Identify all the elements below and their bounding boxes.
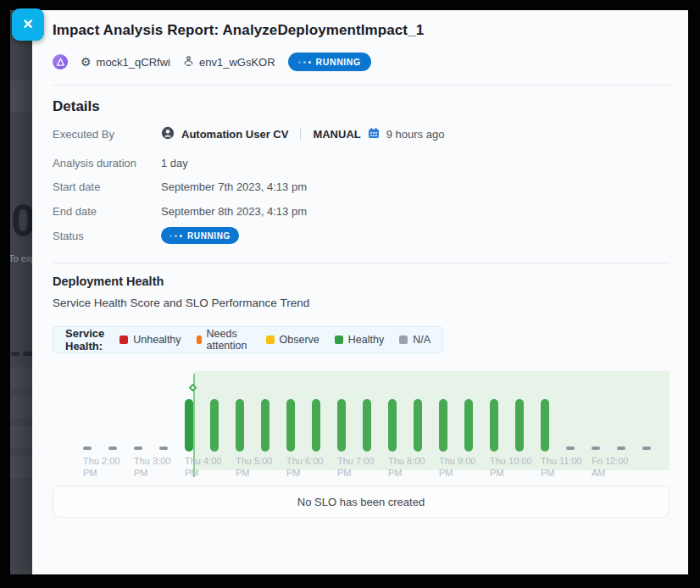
detail-label: Status <box>53 230 161 242</box>
health-bar[interactable] <box>210 399 219 452</box>
x-axis-tick-label: Thu 5:00PM <box>236 456 272 479</box>
detail-label: Executed By <box>53 128 161 141</box>
no-data-dash[interactable] <box>108 447 117 450</box>
running-spinner-icon <box>298 61 311 64</box>
legend-swatch-icon <box>197 336 202 344</box>
x-axis-tick-label: Thu 3:00PM <box>134 456 170 479</box>
deployment-health-heading: Deployment Health <box>53 275 164 288</box>
background-page-dimmed: 0 To exp <box>10 10 32 574</box>
health-bar[interactable] <box>337 399 346 452</box>
start-date-value: September 7th 2023, 4:13 pm <box>161 180 307 193</box>
detail-label: Analysis duration <box>53 157 161 169</box>
health-bar[interactable] <box>490 399 498 452</box>
environment-link[interactable]: env1_wGsKOR <box>183 55 275 69</box>
background-metric-number: 0 <box>11 195 32 246</box>
status-text: RUNNING <box>316 57 361 67</box>
x-axis-tick-label: Thu 8:00PM <box>388 456 425 479</box>
report-meta-row: ⚙ mock1_qCRfwi env1_wGsKOR RUNNING <box>53 52 371 72</box>
no-data-dash[interactable] <box>617 447 625 450</box>
status-text: RUNNING <box>187 231 231 241</box>
legend-item: Healthy <box>335 334 384 346</box>
no-data-dash[interactable] <box>566 447 575 450</box>
background-row <box>10 367 32 389</box>
detail-row-start-date: Start date September 7th 2023, 4:13 pm <box>53 178 307 195</box>
health-bar[interactable] <box>541 399 549 452</box>
health-bar[interactable] <box>515 399 524 452</box>
background-row <box>10 426 32 448</box>
x-axis-tick-label: Thu 2:00PM <box>83 456 119 479</box>
chart-subtitle: Service Health Score and SLO Performance… <box>53 297 309 309</box>
health-bar[interactable] <box>363 399 371 452</box>
x-axis-tick-label: Thu 7:00PM <box>337 456 374 479</box>
close-icon: ✕ <box>22 17 33 31</box>
gear-icon: ⚙ <box>81 56 92 68</box>
service-health-trend-chart[interactable]: Thu 2:00PMThu 3:00PMThu 4:00PMThu 5:00PM… <box>53 366 669 485</box>
x-axis-tick-label: Thu 11:00PM <box>541 456 582 479</box>
environment-name: env1_wGsKOR <box>199 56 275 69</box>
x-axis-tick-label: Thu 9:00PM <box>439 456 475 479</box>
detail-row-status: Status RUNNING <box>53 227 239 244</box>
no-data-dash[interactable] <box>134 447 142 450</box>
health-bar[interactable] <box>236 399 244 452</box>
legend-title: Service Health: <box>65 327 104 352</box>
no-data-dash[interactable] <box>83 447 92 450</box>
legend-item: Needs attention <box>197 328 251 352</box>
background-row <box>10 397 32 419</box>
no-data-dash[interactable] <box>592 447 600 450</box>
detail-row-end-date: End date September 8th 2023, 4:13 pm <box>53 202 307 219</box>
trigger-type: MANUAL <box>313 128 360 141</box>
service-health-legend: Service Health: UnhealthyNeeds attention… <box>53 326 443 353</box>
x-axis-tick-label: Fri 12:00AM <box>592 456 628 479</box>
impact-analysis-report-drawer: Impact Analysis Report: AnalyzeDeploymen… <box>32 10 688 574</box>
drawer-title: Impact Analysis Report: AnalyzeDeploymen… <box>53 22 424 39</box>
no-data-dash[interactable] <box>642 447 651 450</box>
background-dash <box>23 352 32 356</box>
legend-items: UnhealthyNeeds attentionObserveHealthyN/… <box>119 328 431 352</box>
monitored-service-link[interactable]: ⚙ mock1_qCRfwi <box>81 56 170 69</box>
running-spinner-icon <box>169 235 182 237</box>
calendar-icon <box>368 127 380 141</box>
legend-swatch-icon <box>119 336 128 344</box>
divider <box>53 85 669 86</box>
background-dash <box>11 352 19 356</box>
no-slo-message-box: No SLO has been created <box>53 485 669 518</box>
health-bar[interactable] <box>185 399 193 452</box>
health-bar[interactable] <box>464 399 473 452</box>
separator <box>300 127 301 141</box>
health-bar[interactable] <box>439 399 447 452</box>
legend-item: Unhealthy <box>119 334 181 346</box>
background-band <box>10 80 32 113</box>
health-bar[interactable] <box>388 399 397 452</box>
detail-label: End date <box>53 205 161 218</box>
screenshot-frame: 0 To exp ✕ Impact Analysis Report: Analy… <box>0 0 700 588</box>
close-button[interactable]: ✕ <box>12 8 44 41</box>
health-bar[interactable] <box>312 399 320 452</box>
background-hint-text: To exp <box>10 253 32 263</box>
analysis-duration-value: 1 day <box>161 157 188 169</box>
status-badge-header: RUNNING <box>288 53 371 71</box>
executed-by-user: Automation User CV <box>181 128 288 141</box>
detail-row-analysis-duration: Analysis duration 1 day <box>53 154 188 171</box>
legend-item: Observe <box>266 334 319 346</box>
health-bar[interactable] <box>286 399 295 452</box>
divider <box>53 263 669 263</box>
environment-icon <box>183 55 194 69</box>
legend-swatch-icon <box>335 336 343 344</box>
health-bar[interactable] <box>261 399 269 452</box>
legend-item: N/A <box>399 334 431 346</box>
detail-row-executed-by: Executed By Automation User CV MANUAL 9 … <box>53 125 444 142</box>
x-axis-tick-label: Thu 10:00PM <box>490 456 532 479</box>
no-slo-message: No SLO has been created <box>297 496 425 508</box>
detail-label: Start date <box>53 180 161 193</box>
executed-time-ago: 9 hours ago <box>386 128 445 141</box>
end-date-value: September 8th 2023, 4:13 pm <box>161 205 307 218</box>
no-data-dash[interactable] <box>159 447 168 450</box>
user-avatar-icon <box>161 126 175 142</box>
health-bar[interactable] <box>414 399 422 452</box>
status-badge-details: RUNNING <box>161 227 239 244</box>
details-heading: Details <box>53 98 100 115</box>
background-row <box>10 456 32 478</box>
legend-swatch-icon <box>266 336 275 344</box>
x-axis-tick-label: Thu 6:00PM <box>286 456 323 479</box>
service-reliability-icon <box>53 54 68 69</box>
